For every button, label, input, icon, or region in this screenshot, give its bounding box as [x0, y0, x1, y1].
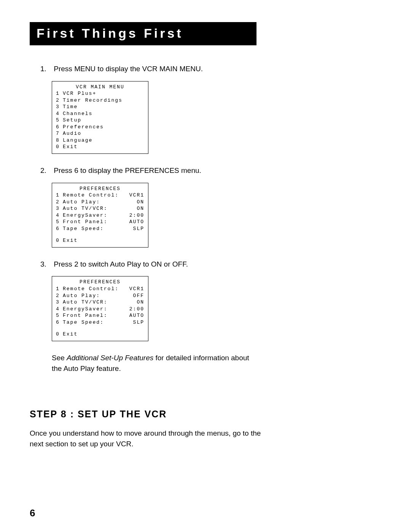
menu-item-value: VCR1 — [126, 286, 144, 292]
menu-item-number: 6 — [56, 319, 63, 326]
step-3: 3. Press 2 to switch Auto Play to ON or … — [40, 259, 381, 270]
menu-item-number: 4 — [56, 306, 63, 313]
step-number: 3. — [40, 259, 52, 270]
menu-item: 0Exit — [56, 144, 144, 150]
menu-title: PREFERENCES — [56, 185, 144, 192]
menu-item-label: Exit — [63, 144, 78, 150]
menu-item-label: Channels — [63, 110, 92, 117]
menu-item: 8Language — [56, 137, 144, 144]
menu-item: 3Auto TV/VCR:ON — [56, 205, 144, 212]
menu-item-number: 1 — [56, 286, 63, 292]
step-1: 1. Press MENU to display the VCR MAIN ME… — [40, 64, 381, 74]
menu-item-label: Remote Control: — [63, 286, 119, 292]
menu-item: 3Time — [56, 104, 144, 110]
page-number: 6 — [30, 507, 35, 519]
menu-item: 5Front Panel:AUTO — [56, 312, 144, 319]
menu-item-value: VCR1 — [126, 192, 144, 199]
vcr-main-menu-screen: VCR MAIN MENU 1VCR Plus+ 2Timer Recordin… — [52, 81, 148, 154]
menu-item-value: OFF — [130, 292, 144, 299]
manual-page: First Things First 1. Press MENU to disp… — [0, 0, 411, 532]
menu-item-number: 5 — [56, 117, 63, 124]
menu-item-value: AUTO — [126, 219, 144, 225]
menu-item-label: Front Panel: — [63, 312, 108, 319]
step8-heading: STEP 8 : SET UP THE VCR — [30, 409, 381, 420]
menu-item-number: 2 — [56, 292, 63, 299]
menu-item-label: EnergySaver: — [63, 306, 108, 313]
menu-item-number: 3 — [56, 299, 63, 306]
step-text: Press MENU to display the VCR MAIN MENU. — [54, 65, 203, 73]
menu-item-number: 7 — [56, 130, 63, 137]
instruction-steps: 1. Press MENU to display the VCR MAIN ME… — [40, 64, 381, 374]
menu-item-value: ON — [134, 199, 144, 206]
menu-item-label: Audio — [63, 130, 81, 137]
menu-item-label: Preferences — [63, 124, 104, 131]
menu-item-number: 3 — [56, 205, 63, 212]
menu-item: 2Timer Recordings — [56, 97, 144, 104]
menu-item-label: Language — [63, 137, 92, 144]
menu-item: 6Tape Speed:SLP — [56, 319, 144, 326]
menu-item: 5Setup — [56, 117, 144, 124]
menu-item: 5Front Panel:AUTO — [56, 219, 144, 225]
menu-item-number: 5 — [56, 312, 63, 319]
menu-item-label: Auto Play: — [63, 199, 100, 206]
menu-item-value: ON — [134, 299, 144, 306]
menu-item-label: Auto TV/VCR: — [63, 205, 108, 212]
menu-item: 4EnergySaver:2:00 — [56, 212, 144, 219]
menu-item-number: 4 — [56, 110, 63, 117]
menu-item: 6Tape Speed:SLP — [56, 225, 144, 232]
menu-item-value: ON — [134, 205, 144, 212]
menu-exit: 0Exit — [56, 237, 144, 244]
menu-item-number: 0 — [56, 144, 63, 150]
menu-item-value: 2:00 — [126, 212, 144, 219]
step-number: 1. — [40, 64, 52, 74]
menu-item-label: Setup — [63, 117, 81, 124]
step-2: 2. Press 6 to display the PREFERENCES me… — [40, 165, 381, 176]
menu-item-label: Exit — [63, 237, 78, 244]
menu-item-label: Tape Speed: — [63, 319, 104, 326]
menu-item: 7Audio — [56, 130, 144, 137]
menu-title: PREFERENCES — [56, 279, 144, 286]
menu-item-number: 0 — [56, 331, 63, 338]
menu-item-number: 6 — [56, 124, 63, 131]
menu-item-number: 8 — [56, 137, 63, 144]
menu-item-label: EnergySaver: — [63, 212, 108, 219]
menu-item-number: 5 — [56, 219, 63, 225]
menu-item-label: Time — [63, 104, 78, 110]
note-prefix: See — [52, 354, 67, 362]
menu-item-number: 4 — [56, 212, 63, 219]
menu-item: 4EnergySaver:2:00 — [56, 306, 144, 313]
menu-item-value: SLP — [130, 319, 144, 326]
menu-item-label: VCR Plus+ — [63, 90, 96, 97]
menu-item-number: 1 — [56, 192, 63, 199]
menu-item-number: 3 — [56, 104, 63, 110]
preferences-menu-screen-off: PREFERENCES 1Remote Control:VCR1 2Auto P… — [52, 276, 148, 341]
menu-item-value: SLP — [130, 225, 144, 232]
menu-item-label: Front Panel: — [63, 219, 108, 225]
menu-item: 2Auto Play:OFF — [56, 292, 144, 299]
menu-item: 1Remote Control:VCR1 — [56, 286, 144, 292]
see-note: See Additional Set-Up Features for detai… — [52, 353, 257, 374]
menu-item-number: 2 — [56, 199, 63, 206]
menu-exit: 0Exit — [56, 331, 144, 338]
menu-item-value: 2:00 — [126, 306, 144, 313]
menu-item-label: Tape Speed: — [63, 225, 104, 232]
menu-item: 2Auto Play:ON — [56, 199, 144, 206]
menu-item: 6Preferences — [56, 124, 144, 131]
menu-item: 1VCR Plus+ — [56, 90, 144, 97]
preferences-menu-screen-on: PREFERENCES 1Remote Control:VCR1 2Auto P… — [52, 183, 148, 248]
step8-body: Once you understand how to move around t… — [30, 428, 266, 450]
menu-item-value: AUTO — [126, 312, 144, 319]
step-text: Press 2 to switch Auto Play to ON or OFF… — [54, 260, 188, 268]
menu-item-label: Auto Play: — [63, 292, 100, 299]
menu-item: 3Auto TV/VCR:ON — [56, 299, 144, 306]
chapter-title: First Things First — [30, 22, 256, 45]
menu-title: VCR MAIN MENU — [56, 84, 144, 91]
step-text: Press 6 to display the PREFERENCES menu. — [54, 166, 201, 174]
menu-item-label: Exit — [63, 331, 78, 338]
menu-item-number: 6 — [56, 225, 63, 232]
menu-item: 1Remote Control:VCR1 — [56, 192, 144, 199]
menu-item-label: Timer Recordings — [63, 97, 123, 104]
menu-item-label: Auto TV/VCR: — [63, 299, 108, 306]
step-number: 2. — [40, 165, 52, 176]
menu-item-label: Remote Control: — [63, 192, 119, 199]
